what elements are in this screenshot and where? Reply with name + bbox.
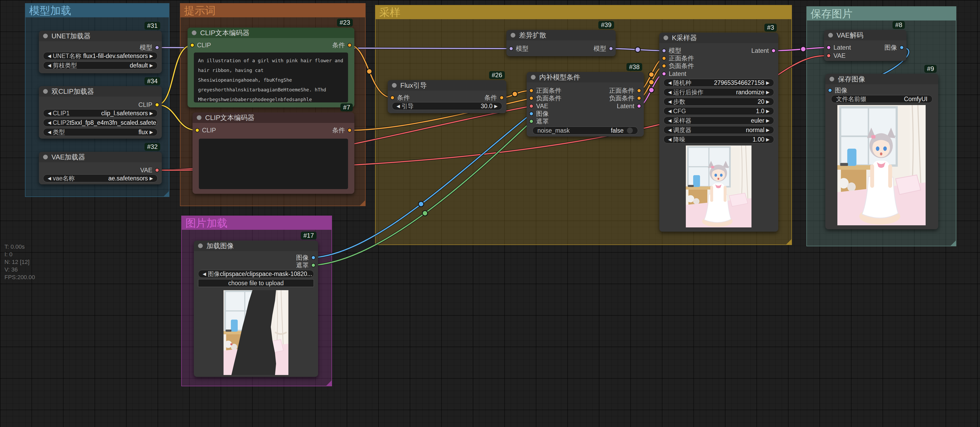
node-flux-guidance[interactable]: #26 Flux引导 条件 条件 ◀ 引导 30.0 ▶ bbox=[388, 80, 506, 113]
output-port-negative[interactable]: 负面条件 bbox=[609, 95, 641, 102]
node-title-bar[interactable]: 差异扩散 bbox=[506, 30, 616, 40]
input-port-vae[interactable]: VAE bbox=[529, 102, 548, 110]
prev-arrow-icon[interactable]: ◀ bbox=[46, 176, 53, 181]
widget-control-after-generate[interactable]: ◀ 运行后操作 randomize ▶ bbox=[663, 88, 774, 96]
next-arrow-icon[interactable]: ▶ bbox=[764, 80, 771, 86]
next-arrow-icon[interactable]: ▶ bbox=[148, 63, 155, 68]
output-port-clip[interactable]: CLIP bbox=[138, 101, 159, 108]
prev-arrow-icon[interactable]: ◀ bbox=[46, 111, 53, 116]
widget-seed[interactable]: ◀ 随机种 279653546627158 ▶ bbox=[663, 79, 774, 87]
widget-sampler-name[interactable]: ◀ 采样器 euler ▶ bbox=[663, 117, 774, 124]
output-port-conditioning[interactable]: 条件 bbox=[484, 94, 504, 102]
port-dot-icon[interactable] bbox=[662, 49, 666, 53]
port-dot-icon[interactable] bbox=[662, 72, 666, 76]
node-title-bar[interactable]: VAE解码 bbox=[824, 30, 907, 40]
collapse-dot-icon[interactable] bbox=[197, 115, 202, 120]
node-title-bar[interactable]: VAE加载器 bbox=[39, 152, 162, 162]
widget-image-file[interactable]: ◀ 图像 clipspace/clipspace-mask-10820... ▶ bbox=[198, 270, 314, 278]
next-arrow-icon[interactable]: ▶ bbox=[148, 129, 155, 135]
collapse-dot-icon[interactable] bbox=[392, 83, 397, 88]
port-dot-icon[interactable] bbox=[827, 45, 831, 50]
next-arrow-icon[interactable]: ▶ bbox=[764, 108, 771, 114]
port-dot-icon[interactable] bbox=[311, 256, 315, 260]
node-clip-text-encode-negative[interactable]: #7 CLIP文本编码器 CLIP 条件 bbox=[192, 113, 354, 194]
node-ksampler[interactable]: #3 K采样器 模型 正面条件 负面条件 Latent Latent ◀ 随机种 bbox=[659, 33, 778, 232]
widget-denoise[interactable]: ◀ 降噪 1.00 ▶ bbox=[663, 135, 774, 143]
node-load-image[interactable]: #17 加载图像 图像 遮罩 ◀ 图像 clipspace/clipspace-… bbox=[194, 241, 318, 377]
prompt-textarea-empty[interactable] bbox=[199, 139, 348, 189]
prev-arrow-icon[interactable]: ◀ bbox=[667, 99, 673, 105]
input-port-clip[interactable]: CLIP bbox=[195, 127, 216, 134]
output-port-latent[interactable]: Latent bbox=[617, 102, 641, 110]
input-port-model[interactable]: 模型 bbox=[662, 47, 681, 54]
output-port-model[interactable]: 模型 bbox=[140, 44, 159, 51]
node-title-bar[interactable]: CLIP文本编码器 bbox=[192, 113, 354, 123]
collapse-dot-icon[interactable] bbox=[531, 75, 536, 79]
prev-arrow-icon[interactable]: ◀ bbox=[46, 53, 53, 59]
input-port-positive[interactable]: 正面条件 bbox=[529, 87, 561, 94]
prev-arrow-icon[interactable]: ◀ bbox=[667, 108, 673, 114]
node-title-bar[interactable]: 双CLIP加载器 bbox=[39, 86, 162, 97]
port-dot-icon[interactable] bbox=[637, 89, 641, 93]
collapse-dot-icon[interactable] bbox=[828, 33, 833, 38]
port-dot-icon[interactable] bbox=[500, 95, 504, 100]
output-port-mask[interactable]: 遮罩 bbox=[296, 262, 315, 269]
collapse-dot-icon[interactable] bbox=[43, 89, 48, 94]
collapse-dot-icon[interactable] bbox=[663, 35, 668, 40]
collapse-dot-icon[interactable] bbox=[43, 33, 48, 38]
node-inpaint-model-conditioning[interactable]: #38 内补模型条件 正面条件 负面条件 VAE 图像 遮罩 正面条件 bbox=[527, 72, 644, 137]
node-vae-loader[interactable]: #32 VAE加载器 VAE ◀ vae名称 ae.safetensors ▶ bbox=[39, 152, 162, 184]
port-dot-icon[interactable] bbox=[529, 96, 533, 100]
next-arrow-icon[interactable]: ▶ bbox=[764, 99, 771, 105]
prev-arrow-icon[interactable]: ◀ bbox=[46, 129, 53, 135]
port-dot-icon[interactable] bbox=[828, 88, 832, 92]
prev-arrow-icon[interactable]: ◀ bbox=[667, 80, 673, 86]
input-port-latent[interactable]: Latent bbox=[662, 70, 686, 78]
port-dot-icon[interactable] bbox=[311, 263, 315, 267]
next-arrow-icon[interactable]: ▶ bbox=[493, 103, 500, 109]
output-port-vae[interactable]: VAE bbox=[140, 167, 159, 174]
widget-weight-dtype[interactable]: ◀ 剪枝类型 default ▶ bbox=[43, 62, 158, 69]
widget-unet-name[interactable]: ◀ UNET名称 flux1-fill-dev.safetensors ▶ bbox=[43, 52, 158, 60]
port-dot-icon[interactable] bbox=[347, 128, 352, 132]
input-port-latent[interactable]: Latent bbox=[827, 44, 851, 51]
prev-arrow-icon[interactable]: ◀ bbox=[667, 118, 673, 124]
node-title-bar[interactable]: Flux引导 bbox=[388, 80, 506, 90]
input-port-image[interactable]: 图像 bbox=[828, 87, 847, 94]
input-port-conditioning[interactable]: 条件 bbox=[390, 94, 410, 102]
group-title-model-load[interactable]: 模型加载 bbox=[25, 4, 169, 17]
port-dot-icon[interactable] bbox=[529, 112, 533, 116]
input-port-model[interactable]: 模型 bbox=[509, 45, 528, 52]
node-clip-text-encode-positive[interactable]: #23 CLIP文本编码器 CLIP 条件 An illustration of… bbox=[188, 28, 354, 107]
next-arrow-icon[interactable]: ▶ bbox=[148, 53, 155, 59]
prev-arrow-icon[interactable]: ◀ bbox=[667, 127, 673, 133]
port-dot-icon[interactable] bbox=[509, 46, 513, 51]
widget-clip-type[interactable]: ◀ 类型 flux ▶ bbox=[43, 128, 158, 136]
input-port-positive[interactable]: 正面条件 bbox=[662, 55, 694, 62]
group-title-prompt[interactable]: 提示词 bbox=[180, 4, 365, 17]
next-arrow-icon[interactable]: ▶ bbox=[764, 118, 771, 124]
toggle-knob-icon[interactable] bbox=[627, 127, 633, 134]
node-differential-diffusion[interactable]: #39 差异扩散 模型 模型 bbox=[506, 30, 616, 56]
port-dot-icon[interactable] bbox=[195, 128, 199, 132]
node-graph-canvas[interactable]: 模型加载 提示词 采样 图片加载 保存图片 bbox=[0, 0, 980, 427]
widget-guidance[interactable]: ◀ 引导 30.0 ▶ bbox=[392, 102, 502, 110]
node-save-image[interactable]: #9 保存图像 图像 文件名前缀 ComfyUI bbox=[825, 74, 938, 229]
port-dot-icon[interactable] bbox=[155, 103, 159, 107]
next-arrow-icon[interactable]: ▶ bbox=[148, 176, 155, 181]
collapse-dot-icon[interactable] bbox=[192, 30, 196, 35]
widget-vae-name[interactable]: ◀ vae名称 ae.safetensors ▶ bbox=[43, 175, 158, 182]
collapse-dot-icon[interactable] bbox=[198, 243, 203, 248]
port-dot-icon[interactable] bbox=[662, 64, 666, 68]
node-title-bar[interactable]: 保存图像 bbox=[825, 74, 938, 84]
output-port-conditioning[interactable]: 条件 bbox=[332, 41, 352, 49]
node-title-bar[interactable]: CLIP文本编码器 bbox=[188, 28, 354, 38]
port-dot-icon[interactable] bbox=[637, 104, 641, 108]
port-dot-icon[interactable] bbox=[637, 96, 641, 100]
group-title-sampling[interactable]: 采样 bbox=[375, 6, 791, 19]
port-dot-icon[interactable] bbox=[529, 119, 533, 124]
output-port-image[interactable]: 图像 bbox=[296, 254, 315, 261]
node-title-bar[interactable]: 内补模型条件 bbox=[527, 72, 644, 83]
port-dot-icon[interactable] bbox=[529, 104, 533, 108]
next-arrow-icon[interactable]: ▶ bbox=[764, 127, 771, 133]
